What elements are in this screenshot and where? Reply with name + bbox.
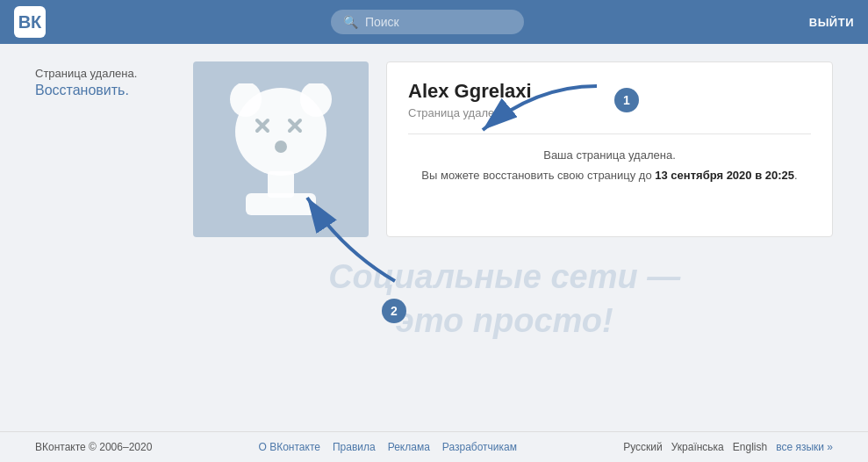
- sidebar-deleted-text: Страница удалена.: [35, 67, 137, 80]
- profile-name: Alex Ggrelaxi: [408, 80, 811, 103]
- profile-status: Страница удалена: [408, 106, 811, 119]
- search-bar[interactable]: 🔍: [331, 10, 524, 34]
- profile-area: Alex Ggrelaxi Страница удалена Ваша стра…: [193, 61, 833, 237]
- footer-lang-ukrainian[interactable]: Українська: [671, 441, 724, 453]
- watermark: Социальные сети — это просто!: [328, 256, 680, 343]
- avatar-image: [224, 83, 338, 215]
- footer-link-rules[interactable]: Правила: [333, 441, 376, 453]
- restore-link[interactable]: Восстановить.: [35, 83, 129, 97]
- restore-message: Вы можете восстановить свою страницу до …: [408, 169, 811, 182]
- vk-logo[interactable]: ВК: [14, 6, 46, 38]
- profile-card: Alex Ggrelaxi Страница удалена Ваша стра…: [386, 61, 833, 237]
- footer-links: О ВКонтакте Правила Реклама Разработчика…: [259, 441, 517, 453]
- search-icon: 🔍: [343, 15, 358, 29]
- page-deleted-message: Ваша страница удалена.: [408, 148, 811, 162]
- search-input[interactable]: [365, 15, 512, 29]
- footer: ВКонтакте © 2006–2020 О ВКонтакте Правил…: [0, 431, 868, 462]
- footer-link-ads[interactable]: Реклама: [388, 441, 430, 453]
- restore-date: 13 сентября 2020 в 20:25: [655, 169, 794, 182]
- logout-button[interactable]: ВЫЙТИ: [809, 16, 854, 29]
- avatar: [193, 61, 369, 237]
- footer-link-dev[interactable]: Разработчикам: [442, 441, 517, 453]
- badge-1: 1: [614, 88, 639, 112]
- badge-2: 2: [382, 299, 406, 323]
- main-content: Страница удалена. Восстановить.: [0, 44, 868, 255]
- footer-lang-all[interactable]: все языки »: [776, 441, 833, 453]
- divider: [408, 134, 811, 134]
- footer-lang-russian[interactable]: Русский: [623, 441, 663, 453]
- footer-copyright: ВКонтакте © 2006–2020: [35, 441, 152, 453]
- footer-languages: Русский Українська English все языки »: [623, 441, 833, 453]
- svg-point-7: [275, 141, 287, 153]
- sidebar: Страница удалена. Восстановить.: [35, 61, 176, 237]
- header: ВК 🔍 ВЫЙТИ: [0, 0, 868, 44]
- footer-link-about[interactable]: О ВКонтакте: [259, 441, 320, 453]
- footer-lang-english[interactable]: English: [733, 441, 767, 453]
- svg-rect-9: [246, 193, 316, 215]
